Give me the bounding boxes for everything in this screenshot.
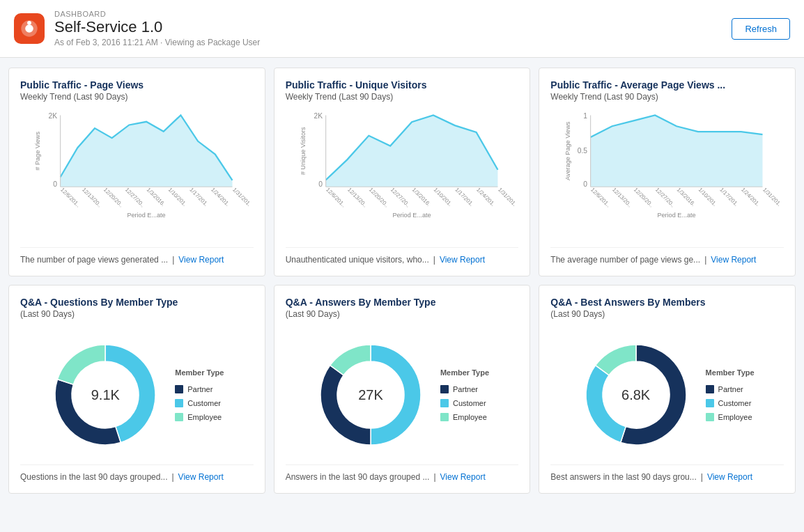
view-report-link-5[interactable]: View Report xyxy=(707,472,752,482)
legend-item-3-2: Employee xyxy=(175,413,224,421)
header-left: DASHBOARD Self-Service 1.0 As of Feb 3, … xyxy=(14,10,260,47)
footer-text-3: Questions in the last 90 days grouped... xyxy=(20,472,167,482)
view-report-link-0[interactable]: View Report xyxy=(178,255,224,265)
legend-3: Member TypePartnerCustomerEmployee xyxy=(175,368,224,421)
legend-title-5: Member Type xyxy=(706,368,755,377)
card-subtitle-3: (Last 90 Days) xyxy=(20,309,254,319)
svg-text:12/13/20..: 12/13/20.. xyxy=(611,187,633,209)
legend-item-5-1: Customer xyxy=(706,399,755,407)
view-report-link-1[interactable]: View Report xyxy=(440,255,485,265)
card-subtitle-2: Weekly Trend (Last 90 Days) xyxy=(550,92,784,102)
svg-text:1/24/201.: 1/24/201. xyxy=(475,187,496,208)
svg-text:2K: 2K xyxy=(314,112,323,120)
page-subtitle: As of Feb 3, 2016 11:21 AM · Viewing as … xyxy=(54,38,260,47)
donut-wrapper-5: 6.8K xyxy=(580,339,692,451)
card-subtitle-4: (Last 90 Days) xyxy=(286,309,519,319)
legend-label-5-0: Partner xyxy=(718,385,743,393)
legend-dot-3-1 xyxy=(175,399,183,407)
card-unique-visitors: Public Traffic - Unique VisitorsWeekly T… xyxy=(274,68,531,276)
svg-text:# Unique Visitors: # Unique Visitors xyxy=(300,127,307,175)
legend-item-3-0: Partner xyxy=(175,385,224,393)
logo-icon xyxy=(20,19,39,38)
card-title-5: Q&A - Best Answers By Members xyxy=(550,297,784,308)
svg-text:12/13/20..: 12/13/20.. xyxy=(346,187,369,209)
legend-label-3-1: Customer xyxy=(187,399,221,407)
svg-text:12/6/201..: 12/6/201.. xyxy=(59,187,82,209)
legend-label-3-0: Partner xyxy=(187,385,212,393)
footer-text-2: The average number of page views ge... xyxy=(550,255,700,265)
legend-label-4-2: Employee xyxy=(453,413,487,421)
svg-text:1/10/201.: 1/10/201. xyxy=(697,187,718,208)
svg-text:1/24/201.: 1/24/201. xyxy=(210,187,231,208)
card-footer-3: Questions in the last 90 days grouped...… xyxy=(20,464,254,482)
svg-text:# Page Views: # Page Views xyxy=(34,132,41,171)
refresh-button[interactable]: Refresh xyxy=(732,18,790,40)
view-report-link-4[interactable]: View Report xyxy=(440,472,486,482)
chart-area-1: 2K0# Unique Visitors12/6/201..12/13/20..… xyxy=(286,107,519,247)
dashboard-label: DASHBOARD xyxy=(54,10,260,18)
footer-sep-4: | xyxy=(433,472,435,482)
legend-dot-5-2 xyxy=(706,413,714,421)
svg-text:0.5: 0.5 xyxy=(578,147,588,155)
svg-point-2 xyxy=(27,21,31,25)
donut-wrapper-3: 9.1K xyxy=(49,339,161,451)
svg-point-1 xyxy=(25,24,33,33)
legend-dot-4-1 xyxy=(440,399,449,407)
legend-label-5-1: Customer xyxy=(718,399,752,407)
svg-text:0: 0 xyxy=(584,180,588,188)
legend-label-4-1: Customer xyxy=(453,399,486,407)
svg-text:2K: 2K xyxy=(48,112,57,120)
legend-label-4-0: Partner xyxy=(453,385,478,393)
legend-label-5-2: Employee xyxy=(718,413,752,421)
legend-dot-3-0 xyxy=(175,385,183,393)
svg-text:12/27/20..: 12/27/20.. xyxy=(124,187,146,209)
svg-text:1/3/2016.: 1/3/2016. xyxy=(676,187,697,208)
legend-5: Member TypePartnerCustomerEmployee xyxy=(706,368,755,421)
card-questions-by-member: Q&A - Questions By Member Type(Last 90 D… xyxy=(8,285,265,494)
donut-area-4: 27KMember TypePartnerCustomerEmployee xyxy=(286,324,519,464)
dashboard-grid: Public Traffic - Page ViewsWeekly Trend … xyxy=(0,58,804,503)
footer-sep-2: | xyxy=(704,255,706,265)
svg-text:1/24/201.: 1/24/201. xyxy=(741,187,762,208)
svg-text:1/31/201.: 1/31/201. xyxy=(497,187,518,208)
svg-text:1/17/201.: 1/17/201. xyxy=(719,187,740,208)
legend-item-5-2: Employee xyxy=(706,413,755,421)
card-title-1: Public Traffic - Unique Visitors xyxy=(286,79,519,91)
legend-item-4-2: Employee xyxy=(440,413,489,421)
card-footer-1: Unauthenticated unique visitors, who...|… xyxy=(286,247,519,265)
svg-text:0: 0 xyxy=(318,180,323,188)
app-logo xyxy=(14,13,45,44)
svg-text:1/17/201.: 1/17/201. xyxy=(188,187,209,208)
svg-text:1/10/201.: 1/10/201. xyxy=(167,187,187,208)
legend-item-3-1: Customer xyxy=(175,399,224,407)
card-footer-2: The average number of page views ge...|V… xyxy=(550,247,784,265)
svg-text:12/20/20..: 12/20/20.. xyxy=(633,187,655,209)
donut-center-label-3: 9.1K xyxy=(91,386,120,402)
legend-item-4-0: Partner xyxy=(440,385,489,393)
card-page-views: Public Traffic - Page ViewsWeekly Trend … xyxy=(8,68,265,276)
card-footer-5: Best answers in the last 90 days grou...… xyxy=(550,464,784,482)
footer-sep-1: | xyxy=(433,255,435,265)
svg-text:12/6/201..: 12/6/201.. xyxy=(590,187,612,209)
svg-text:1/10/201.: 1/10/201. xyxy=(432,187,453,208)
header-text: DASHBOARD Self-Service 1.0 As of Feb 3, … xyxy=(54,10,260,47)
legend-4: Member TypePartnerCustomerEmployee xyxy=(440,368,489,421)
legend-item-5-0: Partner xyxy=(706,385,755,393)
card-answers-by-member: Q&A - Answers By Member Type(Last 90 Day… xyxy=(274,285,531,494)
svg-text:12/13/20..: 12/13/20.. xyxy=(81,187,103,209)
view-report-link-2[interactable]: View Report xyxy=(711,255,756,265)
chart-area-0: 2K0# Page Views12/6/201..12/13/20..12/20… xyxy=(20,107,254,247)
svg-text:1/3/2016.: 1/3/2016. xyxy=(146,187,167,208)
legend-dot-3-2 xyxy=(175,413,183,421)
svg-text:12/27/20..: 12/27/20.. xyxy=(654,187,677,209)
svg-text:1: 1 xyxy=(584,112,588,120)
legend-dot-5-0 xyxy=(706,385,714,393)
view-report-link-3[interactable]: View Report xyxy=(178,472,224,482)
svg-text:1/17/201.: 1/17/201. xyxy=(454,187,474,208)
donut-center-label-4: 27K xyxy=(358,386,383,402)
svg-text:12/20/20..: 12/20/20.. xyxy=(102,187,125,209)
card-title-2: Public Traffic - Average Page Views ... xyxy=(550,79,784,91)
svg-text:12/20/20..: 12/20/20.. xyxy=(368,187,390,209)
legend-dot-4-0 xyxy=(440,385,449,393)
svg-text:0: 0 xyxy=(53,180,57,188)
